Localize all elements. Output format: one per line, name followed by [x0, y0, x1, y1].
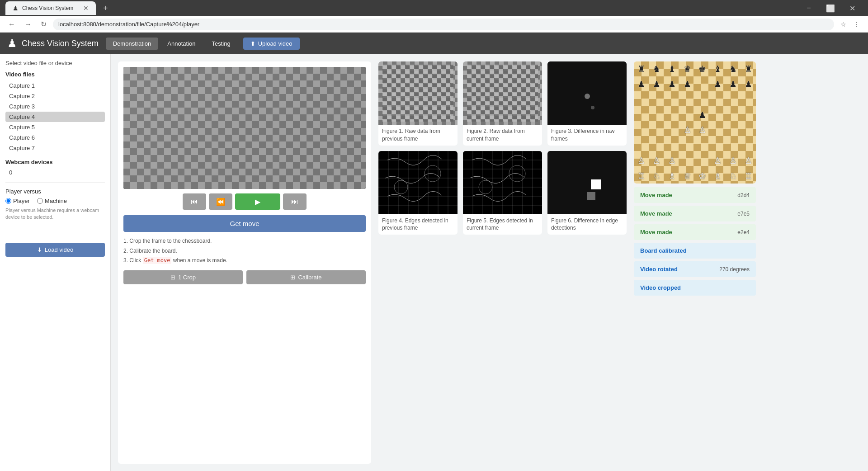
play-button[interactable]: ▶ — [235, 193, 280, 210]
webcam-devices-title: Webcam devices — [5, 159, 105, 165]
back-button[interactable]: ← — [5, 19, 18, 30]
move-log-entry-4: Video rotated270 degrees — [634, 261, 756, 277]
board-square-4-0 — [634, 122, 649, 138]
board-square-5-1 — [649, 138, 665, 153]
board-square-3-2 — [665, 107, 680, 122]
new-tab-button[interactable]: + — [99, 2, 112, 15]
player-radio[interactable] — [5, 198, 11, 204]
maximize-button[interactable]: ⬜ — [820, 1, 841, 15]
board-square-3-3 — [679, 107, 695, 122]
board-square-0-4: ♚ — [695, 61, 710, 77]
instruction-line-1: 1. Crop the frame to the chessboard. — [123, 236, 366, 246]
skip-back-button[interactable]: ⏮ — [183, 193, 206, 210]
board-square-2-7 — [741, 92, 756, 108]
move-log-label-5: Video cropped — [640, 284, 681, 291]
app-header: ♟ Chess Vision System Demonstration Anno… — [0, 33, 868, 54]
upload-icon: ⬆ — [250, 40, 255, 47]
move-log-label-4: Video rotated — [640, 266, 678, 273]
forward-button[interactable]: → — [22, 19, 34, 30]
board-square-4-2 — [665, 122, 680, 138]
move-log-value-2: e2e4 — [737, 229, 750, 236]
board-square-4-5 — [710, 122, 726, 138]
load-label: Load video — [45, 246, 74, 253]
machine-radio-label[interactable]: Machine — [37, 198, 67, 204]
chess-board-display: ♜♞♝♛♚♝♞♜♟♟♟♟♟♟♟♟♙♙♙♙♙♙♙♙♖♘♗♕♔♗♘♖ — [634, 61, 756, 184]
file-item-capture-4[interactable]: Capture 4 — [5, 112, 105, 122]
video-placeholder — [123, 67, 366, 189]
address-bar: ← → ↻ ☆ ⋮ — [0, 16, 868, 33]
board-square-5-7 — [741, 138, 756, 153]
crop-label: 1 Crop — [178, 274, 196, 281]
tab-annotation[interactable]: Annotation — [160, 38, 203, 50]
app-logo: ♟ Chess Vision System — [7, 37, 99, 50]
crop-icon: ⊞ — [170, 274, 175, 281]
get-move-button[interactable]: Get move — [123, 215, 366, 232]
load-icon: ⬇ — [37, 246, 42, 253]
file-item-capture-5[interactable]: Capture 5 — [5, 122, 105, 132]
close-button[interactable]: ✕ — [842, 1, 863, 15]
upload-label: Upload video — [258, 40, 292, 47]
machine-radio[interactable] — [37, 198, 43, 204]
figure-image-1 — [378, 61, 458, 125]
file-item-capture-7[interactable]: Capture 7 — [5, 143, 105, 153]
board-square-6-5: ♙ — [710, 153, 726, 169]
board-square-4-6 — [726, 122, 741, 138]
board-square-4-7 — [741, 122, 756, 138]
board-square-0-2: ♝ — [665, 61, 680, 77]
right-panel: ♜♞♝♛♚♝♞♜♟♟♟♟♟♟♟♟♙♙♙♙♙♙♙♙♖♘♗♕♔♗♘♖ Move ma… — [634, 61, 756, 464]
board-square-3-7 — [741, 107, 756, 122]
board-square-4-4: ♙ — [695, 122, 710, 138]
file-item-capture-3[interactable]: Capture 3 — [5, 101, 105, 112]
calibrate-button[interactable]: ⊞ Calibrate — [246, 270, 366, 284]
move-log-entry-5: Video cropped — [634, 280, 756, 296]
sidebar: Select video file or device Video files … — [0, 54, 111, 471]
tab-title: Chess Vision System — [22, 5, 73, 11]
player-radio-label[interactable]: Player — [5, 198, 30, 204]
upload-video-button[interactable]: ⬆ Upload video — [243, 38, 300, 50]
tab-testing[interactable]: Testing — [204, 38, 237, 50]
move-log-entry-2: Move madee2e4 — [634, 224, 756, 240]
board-square-2-5 — [710, 92, 726, 108]
player-machine-toggle: Player Machine — [5, 198, 105, 204]
move-log-value-0: d2d4 — [737, 192, 750, 198]
file-item-capture-6[interactable]: Capture 6 — [5, 132, 105, 143]
window-controls: − ⬜ ✕ — [798, 1, 863, 15]
step-forward-button[interactable]: ⏭ — [283, 193, 307, 210]
move-log-entry-3: Board calibrated — [634, 243, 756, 259]
board-square-2-1 — [649, 92, 665, 108]
browser-chrome: ♟ Chess Vision System ✕ + − ⬜ ✕ — [0, 0, 868, 16]
tab-demonstration[interactable]: Demonstration — [106, 38, 159, 50]
figure-image-6 — [547, 151, 627, 214]
menu-icon[interactable]: ⋮ — [851, 19, 863, 30]
figure-caption-6: Figure 6. Difference in edge detections — [547, 214, 627, 235]
move-log-label-0: Move made — [640, 192, 672, 198]
minimize-button[interactable]: − — [798, 1, 819, 15]
figure-caption-4: Figure 4. Edges detected in previous fra… — [378, 214, 458, 235]
instructions: 1. Crop the frame to the chessboard. 2. … — [123, 236, 366, 266]
bookmark-icon[interactable]: ☆ — [838, 19, 849, 30]
move-log-entry-1: Move madee7e5 — [634, 206, 756, 221]
board-square-5-3 — [679, 138, 695, 153]
video-file-list: Capture 1Capture 2Capture 3Capture 4Capt… — [5, 80, 105, 153]
browser-tab[interactable]: ♟ Chess Vision System ✕ — [5, 1, 96, 15]
instruction-end: when a move is made. — [173, 257, 227, 264]
video-files-title: Video files — [5, 71, 105, 78]
app-title: Chess Vision System — [22, 39, 99, 48]
file-item-capture-2[interactable]: Capture 2 — [5, 91, 105, 101]
crop-button[interactable]: ⊞ 1 Crop — [123, 270, 243, 284]
tab-close-icon[interactable]: ✕ — [83, 5, 89, 12]
refresh-button[interactable]: ↻ — [38, 18, 49, 30]
board-square-5-0 — [634, 138, 649, 153]
step-back-button[interactable]: ⏪ — [209, 193, 232, 210]
board-square-4-3: ♙ — [679, 122, 695, 138]
url-input[interactable] — [53, 19, 834, 30]
figure-caption-1: Figure 1. Raw data from previous frame — [378, 125, 458, 146]
player-label: Player — [13, 198, 30, 204]
load-video-button[interactable]: ⬇ Load video — [5, 243, 105, 257]
player-versus-title: Player versus — [5, 188, 105, 195]
file-item-capture-1[interactable]: Capture 1 — [5, 80, 105, 91]
board-square-2-6 — [726, 92, 741, 108]
board-square-3-6 — [726, 107, 741, 122]
content-area: ⏮ ⏪ ▶ ⏭ Get move 1. Crop the frame to th… — [111, 54, 868, 471]
board-square-6-4 — [695, 153, 710, 169]
